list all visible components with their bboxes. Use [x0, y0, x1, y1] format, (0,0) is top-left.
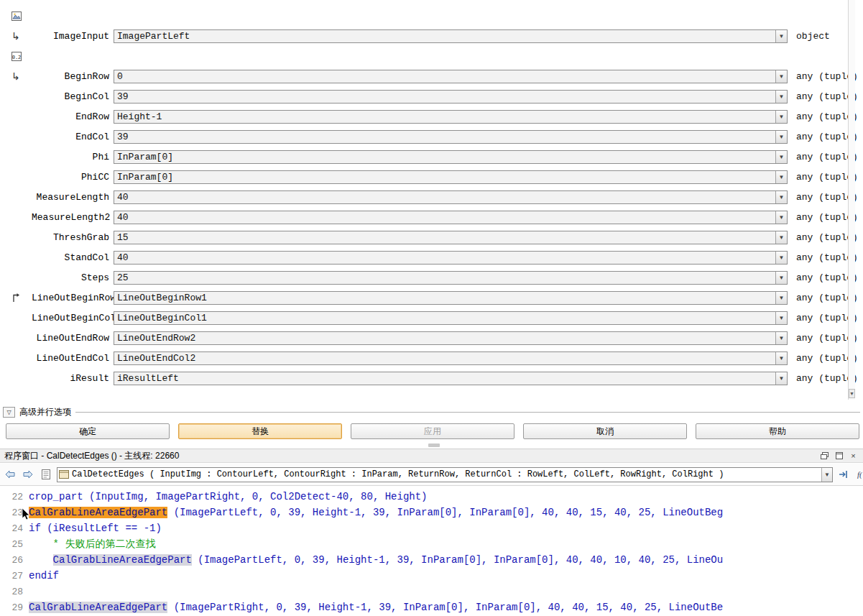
param-value-combobox-steps[interactable]: 25▼ [114, 271, 788, 285]
code-line-27[interactable]: 27endif [0, 568, 863, 584]
param-value-combobox-beginrow[interactable]: 0▼ [114, 70, 788, 83]
dropdown-arrow-icon[interactable]: ▼ [775, 231, 787, 244]
return-arrow-icon: ↳ [0, 71, 32, 81]
param-value-combobox-measurelength[interactable]: 40▼ [114, 190, 788, 204]
code-statement: endif [29, 570, 59, 581]
collapse-toggle-icon[interactable]: ▽ [3, 407, 15, 418]
goto-procedure-button[interactable] [836, 467, 851, 482]
advanced-options-section: ▽ 高级并行选项 [3, 405, 860, 418]
param-row-endcol: EndCol39▼any (tuple) [0, 127, 855, 147]
vertical-scrollbar[interactable]: ▼ [848, 0, 855, 400]
param-value: 25 [114, 272, 775, 283]
parameter-dialog: ↳ImageInputImagePartLeft▼object0.2↳Begin… [0, 0, 855, 401]
param-value: 0 [114, 71, 775, 82]
dropdown-arrow-icon[interactable]: ▼ [775, 332, 787, 344]
code-line-29[interactable]: 29CalGrabLineAreaEdgePart (ImagePartRigh… [0, 599, 863, 615]
param-label: EndRow [32, 111, 109, 122]
procedure-call: CalGrabLineAreaEdgePart [29, 507, 167, 518]
dropdown-arrow-icon[interactable]: ▼ [775, 312, 787, 324]
param-value: 40 [114, 252, 775, 263]
code-statement: if (iResultLeft == -1) [29, 523, 162, 534]
parameter-rows: ↳ImageInputImagePartLeft▼object0.2↳Begin… [0, 6, 855, 388]
dropdown-arrow-icon[interactable]: ▼ [775, 171, 787, 183]
dialog-button-取消[interactable]: 取消 [523, 423, 687, 439]
svg-text:0.2: 0.2 [12, 54, 22, 60]
param-value-combobox-endrow[interactable]: Height-1▼ [114, 110, 788, 124]
param-row-lineoutendcol: LineOutEndColLineOutEndCol2▼any (tuple) [0, 348, 855, 368]
param-value-combobox-lineoutendrow[interactable]: LineOutEndRow2▼ [114, 331, 788, 345]
code-editor[interactable]: 22crop_part (InputImg, ImagePartRight, 0… [0, 487, 863, 616]
dialog-button-确定[interactable]: 确定 [6, 423, 170, 439]
param-value-combobox-phi[interactable]: InParam[0]▼ [114, 150, 788, 164]
code-text: crop_part (InputImg, ImagePartRight, 0, … [29, 491, 863, 502]
param-value: 39 [114, 91, 775, 102]
float-window-button[interactable] [819, 451, 830, 461]
back-arrow-icon [4, 469, 17, 479]
dropdown-arrow-icon[interactable]: ▼ [775, 111, 787, 123]
param-value: InParam[0] [114, 172, 775, 183]
param-row-begincol: BeginCol39▼any (tuple) [0, 86, 855, 106]
navigate-back-button[interactable] [3, 467, 17, 482]
edit-interface-button[interactable]: f( [854, 467, 863, 482]
param-label: Phi [32, 152, 109, 162]
splitter-grip[interactable] [428, 443, 440, 447]
program-window-titlebar: 程序窗口 - CalDetectEdges () - 主线程: 22660 × [0, 449, 863, 463]
line-number: 28 [0, 587, 29, 597]
code-line-23[interactable]: 23CalGrabLineAreaEdgePart (ImagePartLeft… [0, 505, 863, 520]
code-line-28[interactable]: 28 [0, 584, 863, 599]
param-value-combobox-phicc[interactable]: InParam[0]▼ [114, 170, 788, 184]
code-line-24[interactable]: 24if (iResultLeft == -1) [0, 520, 863, 536]
navigate-forward-button[interactable] [21, 467, 35, 482]
dialog-button-替换[interactable]: 替换 [178, 423, 342, 439]
param-value: LineOutBeginCol1 [114, 313, 775, 323]
scrollbar-down-arrow-icon[interactable]: ▼ [849, 389, 855, 398]
procedure-toolbar: CalDetectEdges ( InputImg : ContourLeft,… [0, 464, 863, 486]
param-value-combobox-begincol[interactable]: 39▼ [114, 90, 788, 104]
dropdown-arrow-icon[interactable]: ▼ [775, 131, 787, 143]
dropdown-arrow-icon[interactable]: ▼ [775, 252, 787, 264]
code-line-26[interactable]: 26 CalGrabLineAreaEdgePart (ImagePartLef… [0, 552, 863, 568]
param-label: iResult [32, 373, 109, 384]
param-label: ImageInput [32, 31, 109, 42]
dropdown-arrow-icon[interactable]: ▼ [821, 468, 832, 482]
param-value-combobox-imageinput[interactable]: ImagePartLeft▼ [114, 29, 788, 43]
param-value-combobox-lineoutbeginrow[interactable]: LineOutBeginRow1▼ [114, 291, 788, 305]
maximize-window-button[interactable] [834, 451, 844, 461]
dropdown-arrow-icon[interactable]: ▼ [775, 70, 787, 83]
line-number: 27 [0, 571, 29, 581]
dropdown-arrow-icon[interactable]: ▼ [775, 211, 787, 224]
dropdown-arrow-icon[interactable]: ▼ [775, 151, 787, 163]
code-text: * 失败后的第二次查找 [29, 538, 863, 551]
svg-text:f(: f( [857, 470, 863, 479]
code-line-25[interactable]: 25 * 失败后的第二次查找 [0, 536, 863, 552]
procedure-signature-combobox[interactable]: CalDetectEdges ( InputImg : ContourLeft,… [57, 467, 833, 482]
param-row-lineoutbegincol: LineOutBeginColLineOutBeginCol1▼any (tup… [0, 308, 855, 328]
dropdown-arrow-icon[interactable]: ▼ [775, 91, 787, 103]
param-value-combobox-iresult[interactable]: iResultLeft▼ [114, 372, 788, 385]
param-value-combobox-threshgrab[interactable]: 15▼ [114, 231, 788, 244]
dropdown-arrow-icon[interactable]: ▼ [775, 272, 787, 284]
param-label: ThreshGrab [32, 232, 109, 243]
code-statement: (ImagePartLeft, 0, 39, Height-1, 39, InP… [167, 507, 723, 518]
close-window-button[interactable]: × [848, 451, 859, 461]
code-line-22[interactable]: 22crop_part (InputImg, ImagePartRight, 0… [0, 489, 863, 505]
procedure-signature: CalDetectEdges ( InputImg : ContourLeft,… [70, 469, 821, 479]
goto-arrow-icon [838, 469, 849, 479]
param-value-combobox-lineoutendcol[interactable]: LineOutEndCol2▼ [114, 351, 788, 365]
dropdown-arrow-icon[interactable]: ▼ [775, 352, 787, 364]
dropdown-arrow-icon[interactable]: ▼ [775, 30, 787, 42]
advanced-options-label: 高级并行选项 [19, 406, 71, 418]
dialog-button-帮助[interactable]: 帮助 [696, 423, 859, 439]
param-value: 40 [114, 212, 775, 223]
param-value: LineOutEndRow2 [114, 333, 775, 344]
param-value-combobox-lineoutbegincol[interactable]: LineOutBeginCol1▼ [114, 311, 788, 325]
dropdown-arrow-icon[interactable]: ▼ [775, 191, 787, 203]
param-row-iresult: iResultiResultLeft▼any (tuple) [0, 368, 855, 388]
dropdown-arrow-icon[interactable]: ▼ [775, 292, 787, 304]
param-value: Height-1 [114, 111, 775, 122]
procedure-list-button[interactable] [39, 467, 53, 482]
param-value-combobox-measurelength2[interactable]: 40▼ [114, 211, 788, 224]
param-value-combobox-standcol[interactable]: 40▼ [114, 251, 788, 265]
param-value-combobox-endcol[interactable]: 39▼ [114, 130, 788, 144]
dropdown-arrow-icon[interactable]: ▼ [775, 372, 787, 385]
